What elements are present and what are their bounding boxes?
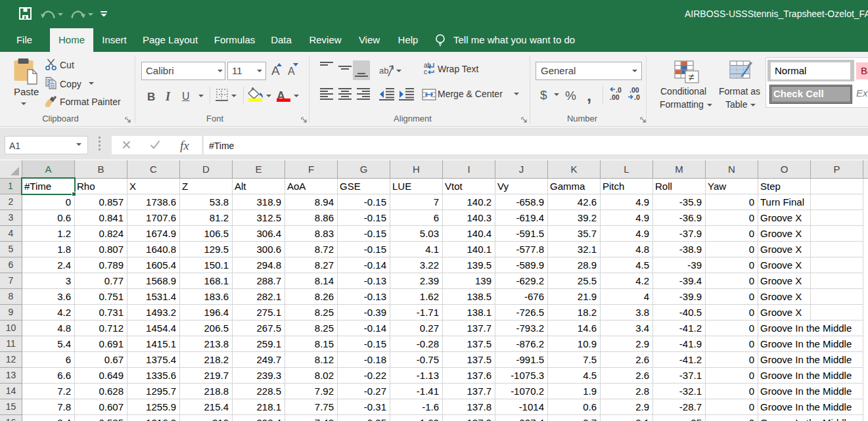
svg-text:ab: ab bbox=[379, 66, 388, 76]
svg-text:.00: .00 bbox=[610, 93, 620, 101]
svg-text:c: c bbox=[424, 68, 427, 75]
svg-text:.0: .0 bbox=[634, 93, 640, 101]
svg-text:≠: ≠ bbox=[689, 72, 695, 83]
